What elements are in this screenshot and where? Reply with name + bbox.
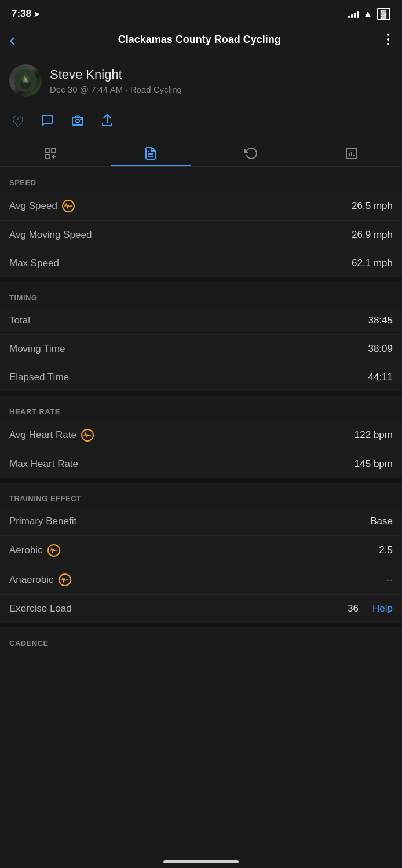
share-button[interactable] <box>101 113 114 131</box>
tab-stats[interactable] <box>101 139 202 166</box>
anaerobic-value: -- <box>386 574 393 586</box>
stats-content: SPEED Avg Speed 26.5 mph Avg Moving Spee… <box>0 167 402 652</box>
avg-heart-rate-value: 122 bpm <box>355 429 393 441</box>
elapsed-time-value: 44:11 <box>368 372 393 383</box>
cadence-section: CADENCE <box>0 627 402 652</box>
svg-text:🚴: 🚴 <box>22 76 30 83</box>
elapsed-time-label: Elapsed Time <box>9 372 69 383</box>
garmin-pulse-icon <box>62 200 75 212</box>
location-arrow-icon: ➤ <box>34 10 40 19</box>
garmin-pulse-icon-aerobic <box>47 544 60 557</box>
exercise-load-row: Exercise Load 36 Help <box>0 595 402 623</box>
max-speed-label: Max Speed <box>9 258 59 269</box>
speed-header: SPEED <box>0 167 402 192</box>
svg-point-6 <box>81 119 82 120</box>
max-speed-value: 62.1 mph <box>352 258 393 269</box>
garmin-pulse-icon-anaerobic <box>59 573 71 586</box>
total-label: Total <box>9 315 30 326</box>
activity-meta: Dec 30 @ 7:44 AM · Road Cycling <box>50 84 182 94</box>
primary-benefit-value: Base <box>370 516 393 527</box>
timing-section: TIMING Total 38:45 Moving Time 38:09 Ela… <box>0 282 402 391</box>
divider-2 <box>0 391 402 396</box>
heart-rate-section: HEART RATE Avg Heart Rate 122 bpm Max He… <box>0 396 402 478</box>
cadence-header: CADENCE <box>0 627 402 652</box>
elapsed-time-row: Elapsed Time 44:11 <box>0 363 402 391</box>
moving-time-label: Moving Time <box>9 343 65 355</box>
camera-button[interactable] <box>71 113 85 131</box>
avatar: 🚴 <box>9 64 42 97</box>
exercise-load-value: 36 <box>348 603 359 615</box>
aerobic-value: 2.5 <box>379 545 393 556</box>
tab-chart[interactable] <box>302 139 403 166</box>
battery-icon: ▓ <box>377 8 390 20</box>
primary-benefit-label: Primary Benefit <box>9 516 76 527</box>
more-button[interactable] <box>383 31 393 47</box>
timing-header: TIMING <box>0 282 402 307</box>
signal-icon <box>348 10 359 18</box>
avg-moving-speed-value: 26.9 mph <box>352 229 393 241</box>
nav-bar: ‹ Clackamas County Road Cycling <box>0 25 402 56</box>
divider-1 <box>0 277 402 282</box>
moving-time-row: Moving Time 38:09 <box>0 335 402 363</box>
divider-3 <box>0 478 402 483</box>
max-heart-rate-value: 145 bpm <box>355 458 393 470</box>
svg-rect-7 <box>45 148 49 152</box>
heart-rate-header: HEART RATE <box>0 396 402 421</box>
primary-benefit-row: Primary Benefit Base <box>0 507 402 536</box>
help-link[interactable]: Help <box>372 603 393 615</box>
status-bar: 7:38 ➤ ▲ ▓ <box>0 0 402 25</box>
moving-time-value: 38:09 <box>368 343 393 355</box>
divider-4 <box>0 623 402 627</box>
wifi-icon: ▲ <box>363 9 372 19</box>
anaerobic-label: Anaerobic <box>9 573 71 586</box>
exercise-load-label: Exercise Load <box>9 603 72 615</box>
training-effect-header: TRAINING EFFECT <box>0 483 402 507</box>
max-speed-row: Max Speed 62.1 mph <box>0 249 402 277</box>
svg-rect-8 <box>52 148 56 152</box>
garmin-pulse-icon-hr <box>81 429 94 442</box>
training-effect-section: TRAINING EFFECT Primary Benefit Base Aer… <box>0 483 402 623</box>
svg-rect-9 <box>45 155 49 159</box>
tab-map[interactable] <box>0 139 101 166</box>
action-row: ♡ <box>0 106 402 139</box>
avg-speed-label: Avg Speed <box>9 200 75 212</box>
profile-section: 🚴 Steve Knight Dec 30 @ 7:44 AM · Road C… <box>0 56 402 106</box>
max-heart-rate-label: Max Heart Rate <box>9 458 78 470</box>
tab-laps[interactable] <box>201 139 302 166</box>
home-indicator <box>163 860 239 863</box>
avg-speed-row: Avg Speed 26.5 mph <box>0 192 402 221</box>
like-button[interactable]: ♡ <box>12 114 24 130</box>
svg-point-5 <box>76 119 79 123</box>
profile-info: Steve Knight Dec 30 @ 7:44 AM · Road Cyc… <box>50 67 182 94</box>
back-button[interactable]: ‹ <box>9 30 16 49</box>
avatar-image: 🚴 <box>14 69 37 92</box>
avg-speed-value: 26.5 mph <box>352 200 393 212</box>
total-value: 38:45 <box>368 315 393 326</box>
comment-button[interactable] <box>41 113 54 131</box>
avg-moving-speed-label: Avg Moving Speed <box>9 229 92 241</box>
status-right: ▲ ▓ <box>348 8 390 20</box>
total-row: Total 38:45 <box>0 307 402 335</box>
status-time: 7:38 ➤ <box>12 8 40 20</box>
avg-moving-speed-row: Avg Moving Speed 26.9 mph <box>0 221 402 249</box>
aerobic-row: Aerobic 2.5 <box>0 536 402 565</box>
aerobic-label: Aerobic <box>9 544 60 557</box>
speed-section: SPEED Avg Speed 26.5 mph Avg Moving Spee… <box>0 167 402 277</box>
avg-heart-rate-row: Avg Heart Rate 122 bpm <box>0 421 402 450</box>
anaerobic-row: Anaerobic -- <box>0 565 402 595</box>
avg-heart-rate-label: Avg Heart Rate <box>9 429 94 442</box>
tab-bar <box>0 139 402 167</box>
user-name: Steve Knight <box>50 67 182 82</box>
max-heart-rate-row: Max Heart Rate 145 bpm <box>0 450 402 478</box>
page-title: Clackamas County Road Cycling <box>23 34 377 46</box>
